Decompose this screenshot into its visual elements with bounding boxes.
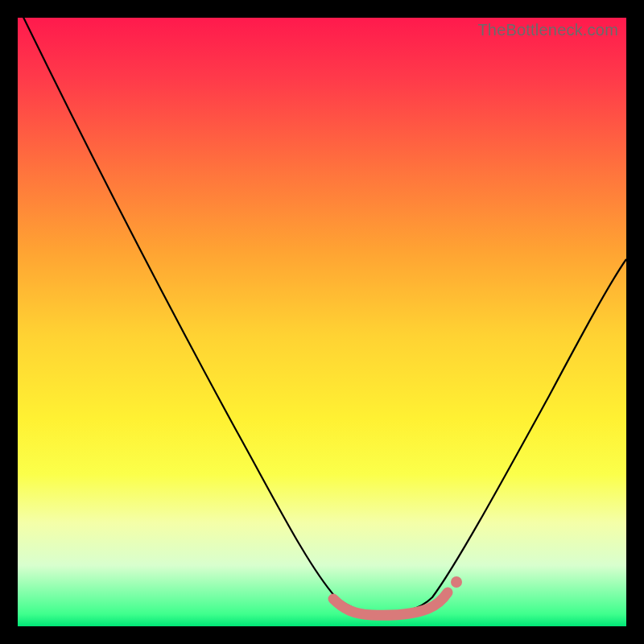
pink-trough-dot — [451, 576, 462, 588]
pink-trough-band — [333, 592, 448, 615]
bottleneck-curve — [18, 18, 626, 613]
plot-area: TheBottleneck.com — [18, 18, 626, 626]
curve-layer — [18, 18, 626, 626]
chart-frame: TheBottleneck.com — [0, 0, 644, 644]
